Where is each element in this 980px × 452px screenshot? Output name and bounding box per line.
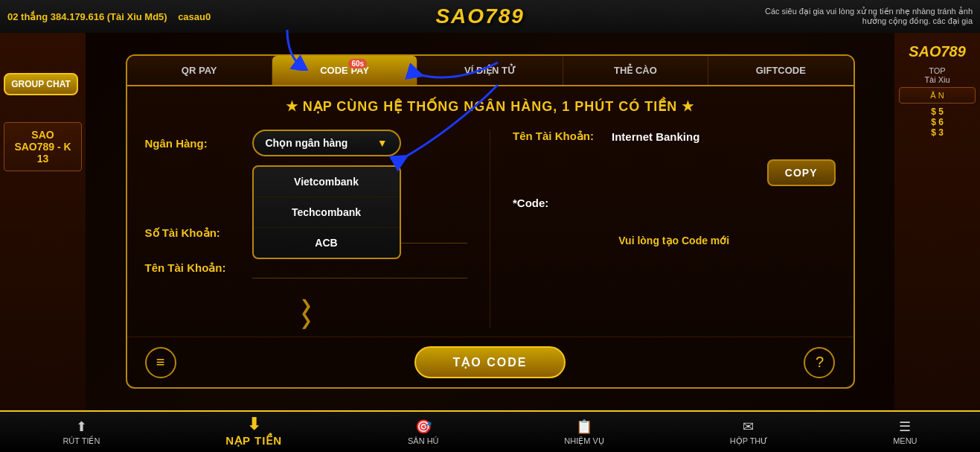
bank-select-button[interactable]: Chọn ngân hàng ▼ xyxy=(252,130,401,156)
bottom-btn-nhiem-vu[interactable]: 📋 NHIỆM VỤ xyxy=(564,418,604,446)
bank-option-techcombank[interactable]: Techcombank xyxy=(254,197,400,228)
group-chat-button[interactable]: GROUP CHAT xyxy=(4,73,78,95)
notice-text: Các siêu đại gia vui lòng xử ng tiền nhẹ… xyxy=(749,7,973,26)
rut-tien-icon: ⬆ xyxy=(71,418,92,435)
right-account-name-label: Tên Tài Khoản: xyxy=(513,130,594,143)
account-name-row: Tên Tài Khoản: xyxy=(145,257,468,278)
history-button[interactable]: ≡ xyxy=(145,347,176,378)
copy-row: COPY xyxy=(513,159,836,186)
account-name-input[interactable] xyxy=(252,257,468,278)
side-left-panel: GROUP CHAT SAOSAO789 - K13 xyxy=(0,33,86,410)
sao789-promo: SAOSAO789 - K13 xyxy=(4,122,82,171)
account-name-label: Tên Tài Khoản: xyxy=(145,261,242,275)
nhiem-vu-label: NHIỆM VỤ xyxy=(564,436,604,446)
bottom-btn-rut-tien[interactable]: ⬆ RÚT TIỀN xyxy=(63,418,100,446)
ticker-game: (Tài Xiu Md5) xyxy=(107,11,167,22)
chevron-down-decorative: ❯❯ xyxy=(145,298,468,328)
ticker-text: 02 thắng 384.179.616 (Tài Xiu Md5) casau… xyxy=(7,11,211,22)
tab-the-cao[interactable]: THẺ CÀO xyxy=(563,56,708,85)
menu-label: MENU xyxy=(893,436,917,445)
modal-footer: ≡ TẠO CODE ? xyxy=(127,337,854,387)
form-right: Tên Tài Khoản: Internet Banking COPY *Co… xyxy=(513,130,836,328)
bottom-btn-san-hu[interactable]: 🎯 SÂN HÚ xyxy=(408,418,439,445)
bank-option-acb[interactable]: ACB xyxy=(254,228,400,258)
modal-backdrop: QR PAY CODE PAY 60s VÍ ĐIỆN TỬ THẺ CÀO G… xyxy=(86,33,894,410)
hint-text: Vui lòng tạo Code mới xyxy=(513,235,836,246)
promo-text: SAOSAO789 - K13 xyxy=(10,129,75,165)
payment-tabs: QR PAY CODE PAY 60s VÍ ĐIỆN TỬ THẺ CÀO G… xyxy=(127,56,854,86)
form-section: Ngân Hàng: Chọn ngân hàng ▼ Vietcombank … xyxy=(145,130,836,328)
right-account-name-row: Tên Tài Khoản: Internet Banking xyxy=(513,130,836,143)
logo-center: SAO789 xyxy=(211,4,749,28)
san-hu-label: SÂN HÚ xyxy=(408,436,439,445)
hop-thu-label: HỘP THƯ xyxy=(730,436,768,446)
bank-label: Ngân Hàng: xyxy=(145,137,242,150)
bank-row-container: Ngân Hàng: Chọn ngân hàng ▼ Vietcombank … xyxy=(145,130,468,156)
bank-option-vietcombank[interactable]: Vietcombank xyxy=(254,167,400,197)
nap-tien-icon: ⬇ xyxy=(243,416,264,433)
side-right-panel: SAO789 TOPTài Xiu Ă N $ 5$ 6$ 3 xyxy=(894,33,980,410)
code-row: *Code: xyxy=(513,197,836,209)
nhiem-vu-icon: 📋 xyxy=(574,418,595,435)
site-name: casau0 xyxy=(178,11,211,22)
bottom-btn-hop-thu[interactable]: ✉ HỘP THƯ xyxy=(730,418,768,446)
code-label: *Code: xyxy=(513,197,548,209)
ticker-label: 02 thắng xyxy=(7,11,48,22)
tab-arrow-indicator xyxy=(243,26,332,71)
bank-select-text: Chọn ngân hàng xyxy=(266,137,348,149)
form-divider xyxy=(490,130,490,328)
hop-thu-icon: ✉ xyxy=(738,418,759,435)
bank-row: Ngân Hàng: Chọn ngân hàng ▼ xyxy=(145,130,468,156)
right-subtitle: TOPTài Xiu xyxy=(899,66,976,84)
bottom-btn-nap-tien[interactable]: ⬇ NẠP TIỀN xyxy=(225,416,282,448)
main-logo: SAO789 xyxy=(435,4,524,28)
ticker-amount: 384.179.616 xyxy=(51,11,104,22)
tao-code-button[interactable]: TẠO CODE xyxy=(414,346,566,378)
deposit-modal: QR PAY CODE PAY 60s VÍ ĐIỆN TỬ THẺ CÀO G… xyxy=(126,54,855,389)
copy-button[interactable]: COPY xyxy=(767,159,836,186)
bottom-btn-menu[interactable]: ☰ MENU xyxy=(893,418,917,445)
top-bar: 02 thắng 384.179.616 (Tài Xiu Md5) casau… xyxy=(0,0,980,33)
code-pay-badge: 60s xyxy=(348,59,367,69)
chevron-down-icon: ▼ xyxy=(377,137,388,149)
right-logo: SAO789 xyxy=(899,40,976,63)
right-prices: $ 5$ 6$ 3 xyxy=(899,106,976,138)
right-account-name-value: Internet Banking xyxy=(612,130,699,143)
tab-vi-dien-tu[interactable]: VÍ ĐIỆN TỬ xyxy=(417,56,563,85)
form-left: Ngân Hàng: Chọn ngân hàng ▼ Vietcombank … xyxy=(145,130,468,328)
san-hu-icon: 🎯 xyxy=(413,418,434,435)
nap-tien-label: NẠP TIỀN xyxy=(225,434,282,448)
bank-dropdown-menu: Vietcombank Techcombank ACB xyxy=(252,165,401,259)
right-item-1: Ă N xyxy=(899,87,976,104)
rut-tien-label: RÚT TIỀN xyxy=(63,436,100,446)
menu-icon: ☰ xyxy=(894,418,915,435)
help-button[interactable]: ? xyxy=(804,347,835,378)
modal-headline: ★ NẠP CÙNG HỆ THỐNG NGÂN HÀNG, 1 PHÚT CÓ… xyxy=(145,98,836,115)
tab-giftcode[interactable]: GIFTCODE xyxy=(708,56,853,85)
bottom-bar: ⬆ RÚT TIỀN ⬇ NẠP TIỀN 🎯 SÂN HÚ 📋 NHIỆM V… xyxy=(0,410,980,452)
account-number-label: Số Tài Khoản: xyxy=(145,226,242,240)
modal-body: ★ NẠP CÙNG HỆ THỐNG NGÂN HÀNG, 1 PHÚT CÓ… xyxy=(127,86,854,337)
